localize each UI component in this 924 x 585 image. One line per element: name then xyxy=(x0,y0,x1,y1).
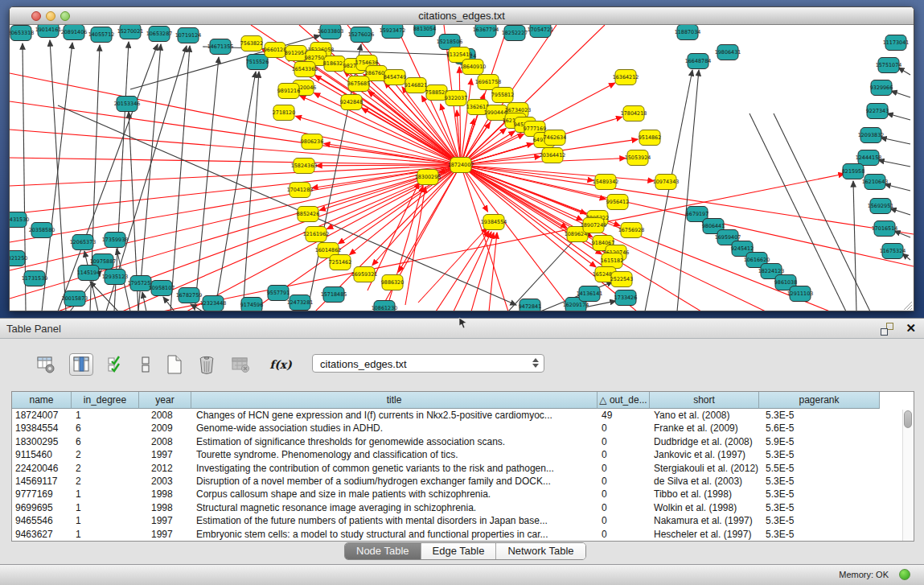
table-row[interactable]: 977716911998Corpus callosum shape and si… xyxy=(12,488,914,501)
graph-edge[interactable] xyxy=(881,138,910,144)
close-panel-icon[interactable]: ✕ xyxy=(906,321,916,336)
delete-table-icon[interactable] xyxy=(228,353,253,376)
tab-node-table[interactable]: Node Table xyxy=(345,543,421,559)
table-cell: 9699695 xyxy=(12,501,72,514)
table-scrollbar[interactable] xyxy=(902,410,913,541)
graph-edge[interactable] xyxy=(10,165,461,242)
table-row[interactable]: 946362711997Embryonic stem cells: a mode… xyxy=(12,528,914,541)
graph-node-label: 11325419 xyxy=(446,51,473,58)
graph-edge[interactable] xyxy=(891,91,910,97)
graph-edge[interactable] xyxy=(195,57,219,311)
network-window[interactable]: citations_edges.txt 20653318190141612089… xyxy=(9,6,914,311)
table-cell: 2009 xyxy=(139,422,191,435)
graph-edge[interactable] xyxy=(10,130,461,165)
graph-node-label: 10974343 xyxy=(653,179,680,185)
graph-edge[interactable] xyxy=(215,72,256,311)
graph-node-label: 10321250 xyxy=(10,255,27,262)
graph-edge[interactable] xyxy=(10,165,461,270)
table-row[interactable]: 2242004622012Investigating the contribut… xyxy=(12,462,914,475)
graph-node-label: 11731539 xyxy=(22,275,48,282)
column-header-pagerank[interactable]: pagerank xyxy=(759,392,880,409)
table-scrollbar-thumb[interactable] xyxy=(904,410,912,428)
graph-edge[interactable] xyxy=(853,181,856,311)
graph-node-label: 15276026 xyxy=(348,31,375,38)
graph-edge[interactable] xyxy=(50,40,66,311)
column-header-out_de[interactable]: △ out_de... xyxy=(598,392,650,409)
table-row[interactable]: 1830029562008Estimation of significance … xyxy=(12,435,914,448)
window-resize-grip[interactable] xyxy=(901,299,913,311)
network-table-selector[interactable]: citations_edges.txt xyxy=(312,354,544,373)
graph-edge[interactable] xyxy=(314,93,461,165)
citation-network-graph[interactable]: 2065331819014161208914061405571215270021… xyxy=(10,25,914,311)
graph-edge[interactable] xyxy=(878,160,910,167)
table-cell: 1998 xyxy=(139,488,191,501)
graph-node-label: 1754636 xyxy=(355,60,378,66)
graph-node-label: 17359938 xyxy=(102,237,129,243)
graph-edge[interactable] xyxy=(894,231,910,237)
graph-edge[interactable] xyxy=(677,70,699,311)
tab-network-table[interactable]: Network Table xyxy=(496,543,585,559)
row-mode-icon[interactable] xyxy=(133,353,158,376)
table-row[interactable]: 1872400712008Changes of HCN gene express… xyxy=(12,409,914,422)
column-header-short[interactable]: short xyxy=(650,392,759,409)
application-desktop: citations_edges.txt 20653318190141612089… xyxy=(0,0,924,318)
graph-edge[interactable] xyxy=(362,108,461,165)
memory-status-label: Memory: OK xyxy=(839,570,889,579)
graph-node-label: 9806441 xyxy=(702,223,725,229)
graph-node-label: 19384554 xyxy=(481,219,507,225)
table-cell: 6 xyxy=(72,435,139,448)
table-cell: Disruption of a novel member of a sodium… xyxy=(191,475,598,488)
table-row[interactable]: 911546021997Tourette syndrome. Phenomeno… xyxy=(12,448,914,461)
tab-edge-table[interactable]: Edge Table xyxy=(421,543,497,559)
network-window-titlebar[interactable]: citations_edges.txt xyxy=(10,7,914,25)
table-options-icon[interactable] xyxy=(34,353,58,376)
column-header-in_degree[interactable]: in_degree xyxy=(72,392,139,409)
graph-edge[interactable] xyxy=(898,68,910,75)
float-panel-icon[interactable] xyxy=(881,323,893,336)
function-builder-icon[interactable]: f(x) xyxy=(269,353,293,376)
graph-node-label: 17041283 xyxy=(287,187,314,193)
graph-edge[interactable] xyxy=(645,70,692,311)
table-cell: Hescheler et al. (1997) xyxy=(650,528,759,541)
graph-node-label: 12473281 xyxy=(287,299,314,306)
delete-columns-icon[interactable] xyxy=(195,353,219,376)
graph-edge[interactable] xyxy=(23,43,26,311)
graph-edge[interactable] xyxy=(138,44,161,311)
table-cell: 0 xyxy=(598,501,650,514)
graph-node-label: 16756928 xyxy=(618,227,645,233)
graph-edge[interactable] xyxy=(749,113,846,311)
graph-edge[interactable] xyxy=(339,165,461,244)
graph-node-label: 2718120 xyxy=(273,109,295,116)
column-header-year[interactable]: year xyxy=(139,392,191,409)
table-row[interactable]: 1938455462009Genome-wide association stu… xyxy=(12,422,914,435)
graph-node-label: 20891406 xyxy=(61,29,88,35)
column-header-name[interactable]: name xyxy=(12,392,72,409)
graph-edge[interactable] xyxy=(163,297,175,311)
table-panel: Table Panel ✕ f(x) citations_edges.txt xyxy=(0,318,924,585)
graph-edge[interactable] xyxy=(436,231,489,311)
network-view-canvas[interactable]: 2065331819014161208914061405571215270021… xyxy=(10,25,914,311)
new-table-icon[interactable] xyxy=(162,353,187,376)
graph-edge[interactable] xyxy=(885,184,910,191)
table-cell: Franke et al. (2009) xyxy=(650,422,759,435)
table-row[interactable]: 969969511998Structural magnetic resonanc… xyxy=(12,501,914,514)
graph-edge[interactable] xyxy=(887,113,910,120)
graph-edge[interactable] xyxy=(10,158,461,165)
table-cell: 9463627 xyxy=(12,528,72,541)
show-columns-icon[interactable] xyxy=(69,353,93,376)
table-cell: Tourette syndrome. Phenomenology and cla… xyxy=(191,448,598,461)
table-cell: Investigating the contribution of common… xyxy=(191,462,598,475)
table-cell: 2 xyxy=(72,475,139,488)
network-window-title: citations_edges.txt xyxy=(10,10,914,22)
graph-edge[interactable] xyxy=(890,208,910,215)
graph-node-label: 10958107 xyxy=(149,285,175,291)
graph-edge[interactable] xyxy=(142,292,146,311)
table-cell: 2003 xyxy=(139,475,191,488)
graph-node-label: 7515526 xyxy=(246,59,269,65)
column-header-title[interactable]: title xyxy=(191,392,598,409)
table-row[interactable]: 1456911722003Disruption of a novel membe… xyxy=(12,475,914,488)
select-rows-icon[interactable] xyxy=(105,353,129,376)
table-row[interactable]: 946554611997Estimation of the future num… xyxy=(12,514,914,527)
graph-node-label: 7462634 xyxy=(544,134,566,141)
table-body: 1872400712008Changes of HCN gene express… xyxy=(12,409,914,541)
